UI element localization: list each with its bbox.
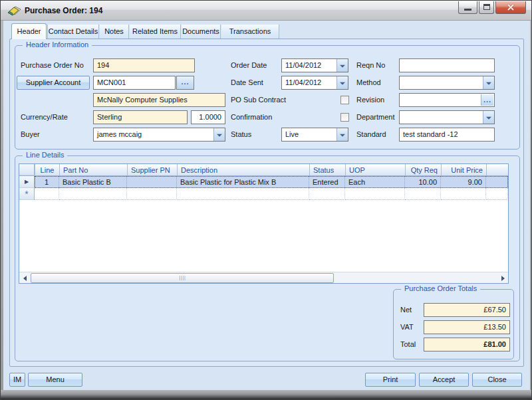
col-header-status[interactable]: Status: [309, 164, 345, 175]
reqn-no-label: Reqn No: [356, 58, 385, 72]
new-row[interactable]: *: [19, 188, 508, 200]
scroll-right-button[interactable]: [497, 273, 507, 283]
cell-description[interactable]: Basic Plastic for Plastic Mix B: [177, 176, 309, 188]
col-header-filler: [486, 164, 508, 175]
current-row-icon: ▶: [25, 179, 29, 185]
new-row-body[interactable]: [35, 188, 508, 200]
revision-browse-button[interactable]: ...: [481, 94, 493, 106]
tab-documents[interactable]: Documents: [182, 25, 221, 39]
buyer-combobox[interactable]: james mccaig: [93, 128, 225, 142]
cell-qty-req[interactable]: 10.00: [405, 176, 441, 188]
standard-field[interactable]: test standard -12: [399, 128, 495, 142]
accept-button[interactable]: Accept: [419, 373, 469, 387]
cell-supplier-pn[interactable]: [127, 176, 177, 188]
date-sent-picker[interactable]: 11/04/2012: [281, 76, 348, 90]
document-stack-icon: [7, 5, 21, 17]
status-combobox[interactable]: Live: [281, 128, 348, 142]
tab-page-panel: Header Information Purchase Order No 194…: [9, 39, 524, 367]
chevron-down-icon[interactable]: [336, 128, 348, 141]
po-sub-contract-checkbox[interactable]: [340, 96, 349, 104]
minimize-button[interactable]: [458, 1, 477, 14]
horizontal-scrollbar[interactable]: [19, 272, 508, 283]
table-row[interactable]: ▶ 1 Basic Plastic B Basic Plastic for Pl…: [19, 176, 508, 188]
reqn-no-field[interactable]: [399, 58, 495, 72]
grid-header-row: Line Part No Supplier PN Description Sta…: [19, 164, 508, 176]
new-cell-part-no[interactable]: [59, 188, 127, 200]
po-sub-contract-label: PO Sub Contract: [231, 93, 286, 107]
new-cell-supplier-pn[interactable]: [127, 188, 177, 200]
confirmation-checkbox[interactable]: [340, 113, 349, 122]
new-row-selector-cell[interactable]: *: [19, 188, 35, 200]
arrow-left-icon: [23, 276, 27, 281]
purchase-order-no-label: Purchase Order No: [21, 58, 84, 72]
close-button-footer[interactable]: Close: [472, 373, 522, 387]
method-combobox[interactable]: [399, 76, 495, 90]
group-line-details-title: Line Details: [23, 151, 67, 159]
tab-related-items[interactable]: Related Items: [130, 25, 181, 39]
currency-field[interactable]: Sterling: [93, 110, 188, 124]
col-header-unit-price[interactable]: Unit Price: [441, 164, 486, 175]
order-date-picker[interactable]: 11/04/2012: [281, 58, 348, 72]
col-header-part-no[interactable]: Part No: [59, 164, 127, 175]
vat-label: VAT: [400, 320, 414, 334]
net-field: £67.50: [424, 303, 510, 317]
selected-row-body[interactable]: 1 Basic Plastic B Basic Plastic for Plas…: [35, 176, 508, 188]
group-line-details: Line Details Line Part No Supplier PN De…: [15, 155, 520, 361]
new-cell-status[interactable]: [309, 188, 345, 200]
scroll-left-button[interactable]: [20, 273, 30, 283]
close-icon: [496, 1, 525, 13]
scroll-thumb[interactable]: [31, 273, 334, 283]
new-cell-line[interactable]: [35, 188, 59, 200]
new-cell-unit-price[interactable]: [441, 188, 486, 200]
supplier-name-field[interactable]: McNally Computer Supplies: [93, 93, 225, 107]
window-bottom-frame: [1, 390, 531, 399]
col-header-uop[interactable]: UOP: [345, 164, 405, 175]
total-field: £81.00: [424, 338, 510, 351]
supplier-account-button[interactable]: Supplier Account: [17, 76, 90, 90]
rate-field[interactable]: 1.0000: [191, 110, 225, 124]
order-date-value: 11/04/2012: [285, 61, 321, 69]
col-header-line[interactable]: Line: [35, 164, 59, 175]
purchase-order-no-field[interactable]: 194: [93, 58, 195, 72]
new-row-icon: *: [25, 191, 28, 197]
calendar-dropdown-icon[interactable]: [336, 59, 348, 72]
order-date-label: Order Date: [231, 58, 267, 72]
tab-transactions[interactable]: Transactions: [221, 25, 279, 39]
cell-status[interactable]: Entered: [309, 176, 345, 188]
im-button[interactable]: IM: [9, 373, 25, 387]
chevron-down-icon[interactable]: [483, 76, 494, 89]
supplier-account-field[interactable]: MCN001: [93, 76, 176, 90]
cell-uop[interactable]: Each: [345, 176, 405, 188]
cell-part-no[interactable]: Basic Plastic B: [59, 176, 127, 188]
maximize-button[interactable]: [479, 1, 494, 14]
revision-field[interactable]: ...: [399, 93, 495, 107]
chevron-down-icon[interactable]: [213, 128, 225, 141]
col-header-description[interactable]: Description: [177, 164, 309, 175]
buyer-value: james mccaig: [97, 130, 142, 138]
cell-line[interactable]: 1: [35, 176, 59, 188]
calendar-dropdown-icon[interactable]: [336, 76, 348, 89]
chevron-down-icon[interactable]: [483, 111, 494, 124]
col-header-qty-req[interactable]: Qty Req: [405, 164, 441, 175]
tab-contact-details[interactable]: Contact Details: [47, 25, 99, 39]
new-cell-qty-req[interactable]: [405, 188, 441, 200]
close-button[interactable]: [495, 1, 526, 14]
group-purchase-order-totals: Purchase Order Totals Net £67.50 VAT £13…: [393, 289, 514, 359]
menu-button[interactable]: Menu: [28, 373, 82, 387]
print-button[interactable]: Print: [365, 373, 416, 387]
line-grid: Line Part No Supplier PN Description Sta…: [19, 163, 509, 284]
window-titlebar[interactable]: Purchase Order: 194: [1, 1, 531, 21]
tab-header[interactable]: Header: [11, 23, 47, 39]
new-cell-uop[interactable]: [345, 188, 405, 200]
tab-notes[interactable]: Notes: [100, 25, 129, 39]
new-cell-description[interactable]: [177, 188, 309, 200]
minimize-icon: [464, 9, 471, 11]
method-label: Method: [356, 76, 381, 90]
department-combobox[interactable]: [399, 110, 495, 124]
row-selector-cell[interactable]: ▶: [19, 176, 35, 188]
supplier-browse-button[interactable]: ...: [176, 76, 194, 90]
col-header-supplier-pn[interactable]: Supplier PN: [127, 164, 177, 175]
revision-label: Revision: [356, 93, 384, 107]
cell-unit-price[interactable]: 9.00: [441, 176, 486, 188]
date-sent-value: 11/04/2012: [285, 78, 321, 86]
